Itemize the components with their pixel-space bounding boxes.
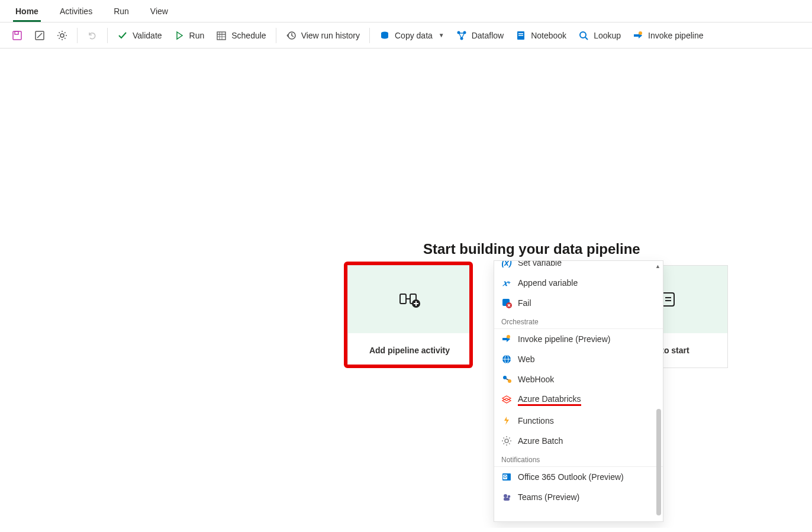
svg-point-12 <box>463 31 466 34</box>
dataflow-icon <box>456 30 467 41</box>
menu-item-webhook[interactable]: WebHook <box>494 369 663 389</box>
svg-point-13 <box>460 37 463 40</box>
tile-icon-area <box>348 266 471 333</box>
search-icon <box>578 30 589 41</box>
set-variable-icon: (x) <box>501 261 512 268</box>
undo-button[interactable] <box>81 27 104 44</box>
tile-label: Add pipeline activity <box>348 333 471 367</box>
menu-item-functions[interactable]: Functions <box>494 411 663 431</box>
menu-item-label: Invoke pipeline (Preview) <box>518 334 610 344</box>
save-icon <box>12 30 22 41</box>
ribbon-tabs: Home Activities Run View <box>0 0 812 22</box>
notebook-label: Notebook <box>531 31 566 40</box>
invoke-pipeline-icon <box>501 334 512 344</box>
tab-run[interactable]: Run <box>103 2 140 22</box>
gear-icon <box>57 30 67 41</box>
menu-item-label: Azure Batch <box>518 436 563 446</box>
append-var-icon: 𝑥+ <box>501 278 512 288</box>
tab-view[interactable]: View <box>140 2 179 22</box>
view-run-history-button[interactable]: View run history <box>280 27 366 44</box>
toolbar-separator <box>77 28 78 43</box>
svg-point-11 <box>457 31 460 34</box>
svg-point-40 <box>505 439 508 443</box>
teams-icon <box>501 492 512 502</box>
save-as-button[interactable] <box>28 27 51 44</box>
copy-data-button[interactable]: Copy data ▼ <box>373 27 450 44</box>
toolbar-separator <box>107 28 108 43</box>
dataflow-button[interactable]: Dataflow <box>450 27 510 44</box>
toolbar: Validate Run Schedule View run history C… <box>0 22 812 49</box>
checkmark-icon <box>117 30 128 41</box>
calendar-icon <box>216 30 227 41</box>
menu-item-label: Fail <box>518 298 531 308</box>
svg-rect-0 <box>13 31 21 40</box>
svg-point-34 <box>507 335 510 338</box>
lookup-button[interactable]: Lookup <box>572 27 627 44</box>
batch-icon <box>501 436 512 446</box>
run-button[interactable]: Run <box>168 27 211 44</box>
menu-item-invoke-pipeline[interactable]: Invoke pipeline (Preview) <box>494 329 663 349</box>
save-as-icon <box>34 30 45 41</box>
menu-item-label: Functions <box>518 416 554 425</box>
menu-item-office365-outlook[interactable]: O Office 365 Outlook (Preview) <box>494 467 663 487</box>
history-icon <box>286 30 297 41</box>
svg-rect-4 <box>217 32 225 40</box>
menu-item-label: WebHook <box>518 375 554 384</box>
menu-item-label: Azure Databricks <box>518 394 581 406</box>
menu-item-teams[interactable]: Teams (Preview) <box>494 487 663 507</box>
svg-rect-15 <box>518 33 523 34</box>
svg-point-19 <box>639 31 642 35</box>
menu-item-label: Office 365 Outlook (Preview) <box>518 472 624 482</box>
copy-data-icon <box>379 30 390 41</box>
svg-point-3 <box>60 34 64 37</box>
svg-rect-46 <box>504 498 510 501</box>
menu-item-fail[interactable]: Fail <box>494 293 663 313</box>
svg-point-45 <box>508 495 511 498</box>
add-activity-icon <box>398 288 421 311</box>
play-icon <box>174 30 185 41</box>
invoke-pipeline-icon <box>633 30 643 41</box>
toolbar-separator <box>369 28 370 43</box>
notebook-button[interactable]: Notebook <box>510 27 572 44</box>
add-pipeline-activity-tile[interactable]: Add pipeline activity <box>347 265 472 368</box>
section-orchestrate: Orchestrate <box>494 313 663 329</box>
toolbar-separator <box>276 28 276 43</box>
section-notifications: Notifications <box>494 451 663 467</box>
invoke-pipeline-button[interactable]: Invoke pipeline <box>627 27 709 44</box>
tab-home[interactable]: Home <box>5 2 49 22</box>
menu-item-web[interactable]: Web <box>494 349 663 369</box>
menu-item-azure-databricks[interactable]: Azure Databricks <box>494 389 663 411</box>
dropdown-scrollbar[interactable] <box>656 409 661 515</box>
view-run-history-label: View run history <box>301 31 360 40</box>
svg-rect-16 <box>518 35 523 36</box>
schedule-button[interactable]: Schedule <box>210 27 272 44</box>
undo-icon <box>87 30 98 41</box>
svg-point-44 <box>504 494 507 498</box>
validate-button[interactable]: Validate <box>111 27 168 44</box>
pipeline-canvas: Start building your data pipeline Add pi… <box>0 49 812 528</box>
invoke-pipeline-label: Invoke pipeline <box>648 31 703 40</box>
notebook-icon <box>515 30 526 41</box>
copy-data-label: Copy data <box>395 31 433 40</box>
menu-item-azure-batch[interactable]: Azure Batch <box>494 431 663 451</box>
settings-button[interactable] <box>51 27 73 44</box>
menu-item-set-variable[interactable]: (x) Set variable <box>494 261 663 273</box>
menu-item-label: Teams (Preview) <box>518 492 579 502</box>
web-icon <box>501 354 512 365</box>
svg-line-18 <box>585 37 588 40</box>
menu-item-label: Web <box>518 354 535 364</box>
activity-dropdown: ▲ (x) Set variable 𝑥+ Append variable Fa… <box>494 260 663 522</box>
save-button[interactable] <box>6 27 28 44</box>
chevron-down-icon: ▼ <box>439 32 444 38</box>
schedule-label: Schedule <box>231 31 266 40</box>
menu-item-append-variable[interactable]: 𝑥+ Append variable <box>494 273 663 293</box>
outlook-icon: O <box>501 472 512 482</box>
svg-rect-20 <box>400 294 406 304</box>
tab-activities[interactable]: Activities <box>49 2 103 22</box>
menu-item-label: Set variable <box>518 261 562 267</box>
svg-rect-1 <box>15 31 18 34</box>
lookup-label: Lookup <box>594 31 621 40</box>
dataflow-label: Dataflow <box>472 31 504 40</box>
canvas-heading: Start building your data pipeline <box>423 241 640 257</box>
svg-text:O: O <box>504 475 507 479</box>
